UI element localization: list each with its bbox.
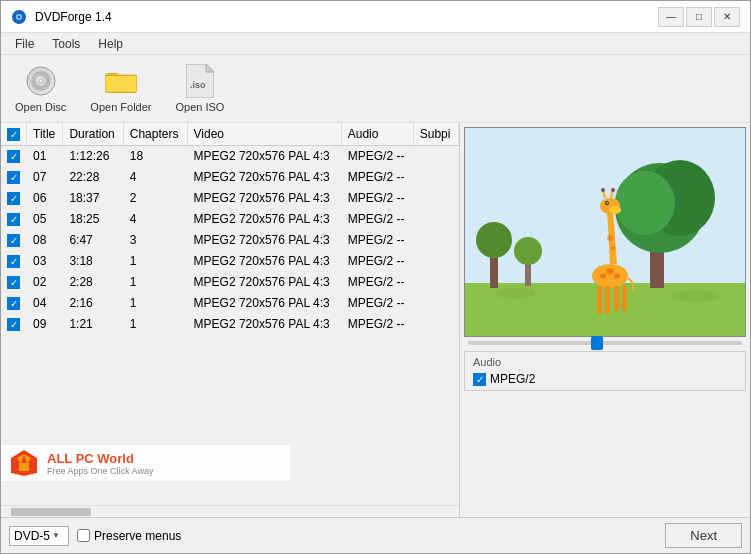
menu-help[interactable]: Help <box>90 35 131 53</box>
row-audio: MPEG/2 -- <box>341 314 413 335</box>
header-duration: Duration <box>63 123 123 146</box>
table-row[interactable]: 03 3:18 1 MPEG2 720x576 PAL 4:3 MPEG/2 -… <box>1 251 459 272</box>
audio-mpeg2-checkbox[interactable] <box>473 373 486 386</box>
row-checkbox-cell[interactable] <box>1 230 27 251</box>
toolbar: Open Disc Open Folder .iso Open ISO <box>1 55 750 123</box>
table-row[interactable]: 06 18:37 2 MPEG2 720x576 PAL 4:3 MPEG/2 … <box>1 188 459 209</box>
row-checkbox-cell[interactable] <box>1 209 27 230</box>
header-check[interactable] <box>1 123 27 146</box>
row-checkbox-cell[interactable] <box>1 251 27 272</box>
minimize-button[interactable]: — <box>658 7 684 27</box>
row-checkbox[interactable] <box>7 171 20 184</box>
svg-point-42 <box>606 268 614 274</box>
row-chapters: 1 <box>123 293 187 314</box>
svg-rect-39 <box>605 286 610 314</box>
row-video: MPEG2 720x576 PAL 4:3 <box>187 272 341 293</box>
open-iso-button[interactable]: .iso Open ISO <box>170 61 231 117</box>
window-title: DVDForge 1.4 <box>35 10 112 24</box>
row-duration: 3:18 <box>63 251 123 272</box>
svg-point-44 <box>600 274 606 279</box>
table-row[interactable]: 02 2:28 1 MPEG2 720x576 PAL 4:3 MPEG/2 -… <box>1 272 459 293</box>
row-checkbox[interactable] <box>7 213 20 226</box>
table-row[interactable]: 05 18:25 4 MPEG2 720x576 PAL 4:3 MPEG/2 … <box>1 209 459 230</box>
table-row[interactable]: 07 22:28 4 MPEG2 720x576 PAL 4:3 MPEG/2 … <box>1 167 459 188</box>
row-title: 07 <box>27 167 63 188</box>
row-checkbox-cell[interactable] <box>1 167 27 188</box>
menu-tools[interactable]: Tools <box>44 35 88 53</box>
table-row[interactable]: 01 1:12:26 18 MPEG2 720x576 PAL 4:3 MPEG… <box>1 146 459 167</box>
preserve-menus-text: Preserve menus <box>94 529 181 543</box>
slider-container[interactable] <box>464 337 746 349</box>
table-container[interactable]: Title Duration Chapters Video Audio Subp… <box>1 123 459 505</box>
row-title: 04 <box>27 293 63 314</box>
table-row[interactable]: 04 2:16 1 MPEG2 720x576 PAL 4:3 MPEG/2 -… <box>1 293 459 314</box>
open-disc-label: Open Disc <box>15 101 66 113</box>
row-audio: MPEG/2 -- <box>341 209 413 230</box>
row-title: 08 <box>27 230 63 251</box>
row-checkbox-cell[interactable] <box>1 314 27 335</box>
row-video: MPEG2 720x576 PAL 4:3 <box>187 251 341 272</box>
open-folder-button[interactable]: Open Folder <box>84 61 157 117</box>
scrollbar-thumb[interactable] <box>11 508 91 516</box>
row-chapters: 3 <box>123 230 187 251</box>
svg-point-28 <box>592 264 628 288</box>
row-audio: MPEG/2 -- <box>341 230 413 251</box>
row-chapters: 4 <box>123 167 187 188</box>
row-title: 09 <box>27 314 63 335</box>
row-checkbox-cell[interactable] <box>1 188 27 209</box>
menu-file[interactable]: File <box>7 35 42 53</box>
row-title: 02 <box>27 272 63 293</box>
header-subpi: Subpi <box>413 123 458 146</box>
next-button[interactable]: Next <box>665 523 742 548</box>
preserve-menus-checkbox[interactable] <box>77 529 90 542</box>
row-audio: MPEG/2 -- <box>341 251 413 272</box>
header-audio: Audio <box>341 123 413 146</box>
row-checkbox[interactable] <box>7 192 20 205</box>
row-checkbox[interactable] <box>7 318 20 331</box>
close-button[interactable]: ✕ <box>714 7 740 27</box>
row-checkbox-cell[interactable] <box>1 272 27 293</box>
audio-title: Audio <box>473 356 737 368</box>
open-disc-button[interactable]: Open Disc <box>9 61 72 117</box>
horizontal-scrollbar[interactable] <box>1 505 459 517</box>
table-row[interactable]: 09 1:21 1 MPEG2 720x576 PAL 4:3 MPEG/2 -… <box>1 314 459 335</box>
svg-rect-38 <box>597 286 602 314</box>
open-folder-label: Open Folder <box>90 101 151 113</box>
row-video: MPEG2 720x576 PAL 4:3 <box>187 188 341 209</box>
row-checkbox-cell[interactable] <box>1 293 27 314</box>
slider-track[interactable] <box>468 341 742 345</box>
svg-point-31 <box>609 206 621 214</box>
row-chapters: 4 <box>123 209 187 230</box>
row-subpi <box>413 167 458 188</box>
row-subpi <box>413 146 458 167</box>
svg-rect-41 <box>622 286 627 311</box>
dvd-dropdown-arrow: ▼ <box>52 531 60 540</box>
folder-icon <box>105 65 137 97</box>
svg-rect-40 <box>614 286 619 311</box>
main-window: DVDForge 1.4 — □ ✕ File Tools Help <box>0 0 751 554</box>
row-checkbox[interactable] <box>7 297 20 310</box>
svg-point-46 <box>611 246 616 250</box>
maximize-button[interactable]: □ <box>686 7 712 27</box>
row-duration: 1:12:26 <box>63 146 123 167</box>
row-checkbox-cell[interactable] <box>1 146 27 167</box>
open-iso-label: Open ISO <box>176 101 225 113</box>
slider-thumb <box>591 336 603 350</box>
dvd-type-value: DVD-5 <box>14 529 50 543</box>
preserve-menus-label[interactable]: Preserve menus <box>77 529 181 543</box>
row-checkbox[interactable] <box>7 255 20 268</box>
row-checkbox[interactable] <box>7 150 20 163</box>
disc-icon <box>25 65 57 97</box>
svg-marker-13 <box>206 64 214 72</box>
header-chapters: Chapters <box>123 123 187 146</box>
svg-text:.iso: .iso <box>190 80 206 90</box>
menu-bar: File Tools Help <box>1 33 750 55</box>
table-row[interactable]: 08 6:47 3 MPEG2 720x576 PAL 4:3 MPEG/2 -… <box>1 230 459 251</box>
row-chapters: 1 <box>123 272 187 293</box>
giraffe-scene <box>465 128 746 337</box>
svg-rect-11 <box>105 75 137 92</box>
dvd-type-select[interactable]: DVD-5 ▼ <box>9 526 69 546</box>
select-all-checkbox[interactable] <box>7 128 20 141</box>
row-checkbox[interactable] <box>7 234 20 247</box>
row-checkbox[interactable] <box>7 276 20 289</box>
